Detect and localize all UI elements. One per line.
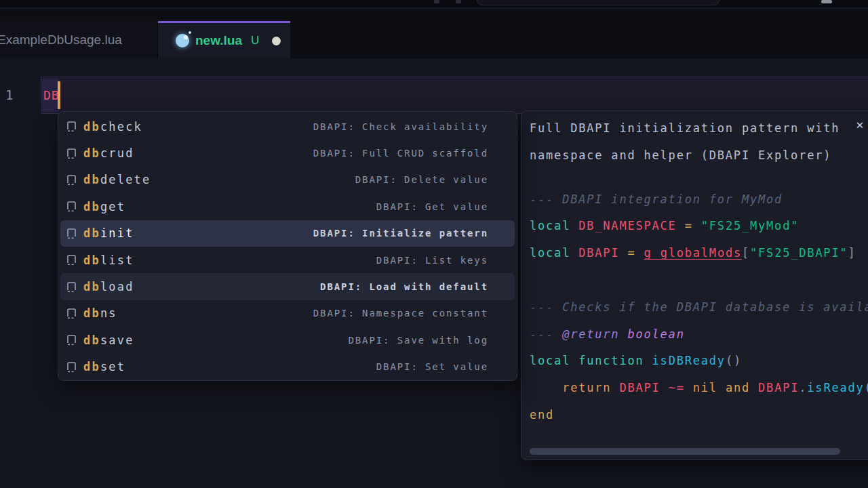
line-number: 1 [5, 77, 13, 114]
doc-line: end [530, 402, 868, 429]
nav-forward-icon[interactable] [456, 0, 461, 3]
suggest-widget: dbcheck DBAPI: Check availability dbcrud… [58, 111, 517, 381]
suggest-item-detail: DBAPI: Namespace constant [313, 308, 488, 319]
suggest-item[interactable]: dbget DBAPI: Get value [60, 193, 515, 220]
doc-line: return DBAPI ~= nil and DBAPI.isReady() [530, 375, 868, 402]
suggest-item[interactable]: dblist DBAPI: List keys [60, 247, 515, 273]
doc-line: Full DBAPI initialization pattern with [530, 115, 868, 142]
suggest-item-label: dbns [83, 306, 117, 320]
docs-code: --- DBAPI integration for MyModlocal DB_… [530, 186, 868, 429]
lua-file-icon [176, 34, 189, 47]
snippet-icon [66, 253, 77, 266]
suggest-item-label: dbdelete [83, 173, 151, 186]
docs-gap [530, 169, 868, 186]
current-line-highlight: DB [41, 77, 868, 114]
suggest-item-detail: DBAPI: Initialize pattern [313, 228, 488, 239]
doc-line [530, 267, 868, 294]
doc-line: local function isDBReady() [530, 348, 868, 375]
close-icon[interactable]: ✕ [852, 117, 867, 132]
suggest-item-label: dbinit [83, 226, 134, 240]
title-bar [0, 0, 868, 8]
snippet-icon [66, 307, 77, 320]
tab-exampledbusage[interactable]: ExampleDbUsage.lua [0, 21, 158, 58]
suggest-item-label: dbcheck [83, 120, 142, 134]
suggest-item[interactable]: dbset DBAPI: Set value [60, 354, 515, 380]
suggest-item[interactable]: dbsave DBAPI: Save with log [60, 327, 515, 353]
tab-bar: ExampleDbUsage.lua new.lua U [0, 9, 868, 58]
tab-label: new.lua [195, 33, 242, 48]
docs-horizontal-scrollbar[interactable] [530, 448, 840, 455]
suggest-item-label: dbget [83, 200, 125, 214]
doc-line: local DBAPI = g_globalMods["FS25_DBAPI"] [530, 240, 868, 267]
nav-back-icon[interactable] [434, 0, 439, 3]
snippet-icon [66, 120, 77, 133]
suggest-item[interactable]: dbdelete DBAPI: Delete value [60, 167, 515, 193]
snippet-icon [66, 333, 77, 346]
minimize-icon[interactable] [821, 0, 832, 3]
suggest-item-label: dblist [83, 253, 134, 267]
suggest-item[interactable]: dbcrud DBAPI: Full CRUD scaffold [60, 140, 515, 166]
suggest-item-detail: DBAPI: Delete value [355, 174, 488, 185]
snippet-icon [66, 174, 77, 186]
doc-line: namespace and helper (DBAPI Explorer) [530, 142, 868, 169]
suggest-list: dbcheck DBAPI: Check availability dbcrud… [58, 113, 517, 380]
suggest-item-label: dbcrud [83, 146, 134, 160]
suggest-item-detail: DBAPI: Get value [376, 201, 488, 212]
snippet-icon [66, 147, 77, 160]
suggest-item[interactable]: dbcheck DBAPI: Check availability [60, 113, 515, 140]
snippet-icon [66, 227, 77, 240]
git-untracked-badge: U [251, 34, 259, 47]
tab-new-lua[interactable]: new.lua U [158, 21, 290, 58]
snippet-icon [66, 281, 77, 293]
tab-label: ExampleDbUsage.lua [0, 33, 122, 47]
doc-line: --- Checks if the DBAPI database is avai… [530, 294, 868, 321]
suggest-docs-panel: Full DBAPI initialization pattern withna… [521, 110, 868, 460]
suggest-item[interactable]: dbinit DBAPI: Initialize pattern [60, 220, 515, 247]
snippet-icon [66, 361, 77, 373]
suggest-item-label: dbload [83, 280, 134, 293]
modified-dot-icon[interactable] [272, 37, 281, 45]
docs-header: Full DBAPI initialization pattern withna… [530, 115, 868, 169]
doc-line: local DB_NAMESPACE = "FS25_MyMod" [530, 213, 868, 240]
suggest-item-label: dbset [83, 360, 125, 373]
suggest-item-label: dbsave [83, 333, 134, 347]
suggest-item-detail: DBAPI: Set value [376, 361, 488, 372]
text-cursor [58, 81, 60, 109]
doc-line: --- DBAPI integration for MyMod [530, 186, 868, 214]
suggest-item-detail: DBAPI: Full CRUD scaffold [313, 148, 488, 159]
doc-line: --- @return boolean [530, 321, 868, 348]
suggest-item[interactable]: dbns DBAPI: Namespace constant [60, 300, 515, 327]
snippet-icon [66, 200, 77, 213]
suggest-item[interactable]: dbload DBAPI: Load with default [60, 273, 515, 300]
suggest-item-detail: DBAPI: Save with log [348, 335, 488, 346]
suggest-item-detail: DBAPI: Load with default [320, 281, 488, 292]
command-center-search[interactable] [477, 0, 719, 5]
suggest-item-detail: DBAPI: List keys [376, 255, 488, 266]
suggest-item-detail: DBAPI: Check availability [313, 121, 488, 132]
